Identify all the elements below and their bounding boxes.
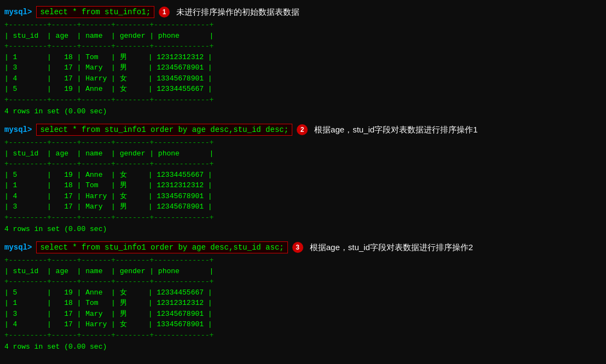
- row-1-0: | 1 | 18 | Tom | 男 | 12312312312 |: [4, 52, 602, 63]
- row-3-3: | 4 | 17 | Harry | 女 | 13345678901 |: [4, 319, 602, 330]
- command-line-1: mysql> select * from stu_info1; 1 未进行排序操…: [0, 4, 606, 20]
- header-3: | stu_id | age | name | gender | phone |: [4, 266, 602, 277]
- table-2: +---------+------+-------+--------+-----…: [0, 137, 606, 223]
- annotation-1: 未进行排序操作的初始数据表数据: [176, 7, 299, 18]
- prompt-3: mysql>: [4, 243, 32, 252]
- badge-1: 1: [159, 7, 170, 18]
- row-2-0: | 5 | 19 | Anne | 女 | 12334455667 |: [4, 170, 602, 181]
- sep-mid-1: +---------+------+-------+--------+-----…: [4, 41, 602, 52]
- sep-top-2: +---------+------+-------+--------+-----…: [4, 137, 602, 148]
- row-3-1: | 1 | 18 | Tom | 男 | 12312312312 |: [4, 298, 602, 309]
- command-line-3: mysql> select * from stu_info1 order by …: [0, 240, 606, 255]
- prompt-2: mysql>: [4, 125, 32, 134]
- sep-top-3: +---------+------+-------+--------+-----…: [4, 255, 602, 266]
- table-3: +---------+------+-------+--------+-----…: [0, 255, 606, 340]
- terminal: mysql> select * from stu_info1; 1 未进行排序操…: [0, 0, 606, 364]
- table-1: +---------+------+-------+--------+-----…: [0, 20, 606, 105]
- block-2: mysql> select * from stu_info1 order by …: [0, 122, 606, 235]
- sql-command-3[interactable]: select * from stu_info1 order by age des…: [36, 241, 287, 253]
- badge-2: 2: [297, 124, 308, 135]
- row-3-2: | 3 | 17 | Mary | 男 | 12345678901 |: [4, 309, 602, 320]
- sql-command-1[interactable]: select * from stu_info1;: [36, 6, 154, 18]
- block-1: mysql> select * from stu_info1; 1 未进行排序操…: [0, 4, 606, 118]
- result-3: 4 rows in set (0.00 sec): [0, 340, 606, 353]
- header-1: | stu_id | age | name | gender | phone |: [4, 31, 602, 42]
- command-line-2: mysql> select * from stu_info1 order by …: [0, 122, 606, 137]
- badge-3: 3: [292, 242, 303, 253]
- row-3-0: | 5 | 19 | Anne | 女 | 12334455667 |: [4, 287, 602, 298]
- row-1-3: | 5 | 19 | Anne | 女 | 12334455667 |: [4, 84, 602, 95]
- sql-command-2[interactable]: select * from stu_info1 order by age des…: [36, 124, 292, 136]
- row-2-3: | 3 | 17 | Mary | 男 | 12345678901 |: [4, 201, 602, 212]
- sep-mid-2: +---------+------+-------+--------+-----…: [4, 159, 602, 170]
- block-3: mysql> select * from stu_info1 order by …: [0, 240, 606, 353]
- sep-bot-3: +---------+------+-------+--------+-----…: [4, 330, 602, 341]
- sep-bot-2: +---------+------+-------+--------+-----…: [4, 212, 602, 223]
- row-2-1: | 1 | 18 | Tom | 男 | 12312312312 |: [4, 180, 602, 191]
- row-2-2: | 4 | 17 | Harry | 女 | 13345678901 |: [4, 191, 602, 202]
- row-1-2: | 4 | 17 | Harry | 女 | 13345678901 |: [4, 73, 602, 84]
- result-1: 4 rows in set (0.00 sec): [0, 105, 606, 118]
- prompt-1: mysql>: [4, 8, 32, 16]
- result-2: 4 rows in set (0.00 sec): [0, 223, 606, 235]
- sep-top-1: +---------+------+-------+--------+-----…: [4, 20, 602, 31]
- header-2: | stu_id | age | name | gender | phone |: [4, 148, 602, 159]
- row-1-1: | 3 | 17 | Mary | 男 | 12345678901 |: [4, 62, 602, 73]
- annotation-3: 根据age，stu_id字段对表数据进行排序操作2: [310, 242, 473, 253]
- sep-mid-3: +---------+------+-------+--------+-----…: [4, 276, 602, 287]
- sep-bot-1: +---------+------+-------+--------+-----…: [4, 95, 602, 106]
- annotation-2: 根据age，stu_id字段对表数据进行排序操作1: [314, 125, 477, 135]
